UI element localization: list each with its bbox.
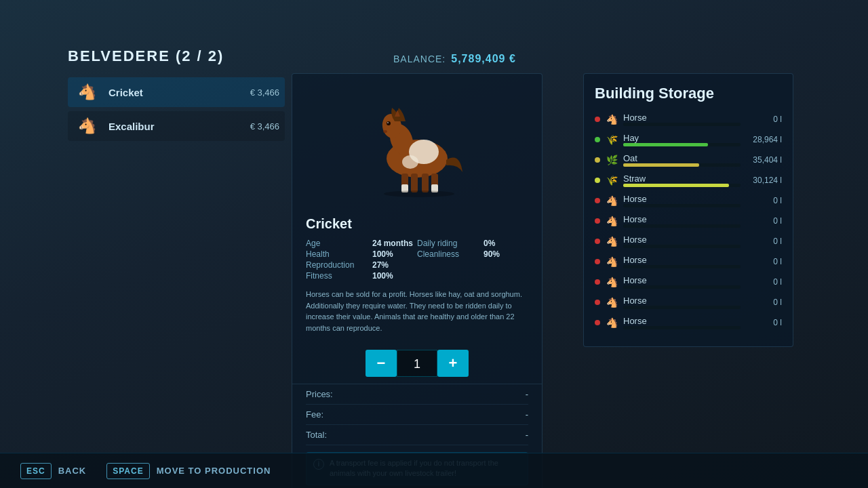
storage-left: 🐴 Horse <box>595 193 741 208</box>
storage-dot <box>595 279 600 285</box>
storage-bar <box>623 245 741 248</box>
fee-value: - <box>526 409 528 420</box>
storage-left: 🐴 Horse <box>595 254 741 269</box>
hotkey-group: SPACE MOVE TO PRODUCTION <box>106 463 271 479</box>
storage-icon: 🐴 <box>604 193 619 208</box>
storage-dot <box>595 259 600 264</box>
storage-label: Horse <box>623 214 741 224</box>
hotkey-box: SPACE <box>106 463 149 479</box>
fee-row: Fee: - <box>306 405 528 425</box>
storage-left: 🌾 Straw <box>595 173 741 188</box>
svg-point-4 <box>402 155 418 169</box>
storage-left: 🐴 Horse <box>595 112 741 127</box>
storage-list: 🐴 Horse 0 l 🌾 Hay 28, <box>595 112 782 330</box>
total-row: Total: - <box>306 425 528 445</box>
animal-detail-name: Cricket <box>292 209 542 236</box>
storage-row-inner: 🐴 Horse 0 l <box>595 254 782 269</box>
stat-value: 100% <box>372 271 393 281</box>
increase-quantity-button[interactable]: + <box>437 350 469 377</box>
storage-label: Horse <box>623 235 741 245</box>
stat-label: Health <box>306 249 367 259</box>
prices-row: Prices: - <box>306 384 528 405</box>
svg-point-13 <box>383 130 387 133</box>
balance-amount: 5,789,409 € <box>451 53 516 65</box>
hotkey-label: BACK <box>58 466 87 476</box>
hotkey-group: ESC BACK <box>20 463 86 479</box>
stat-value: 90% <box>484 249 500 259</box>
fee-label: Fee: <box>306 409 323 420</box>
storage-dot <box>595 198 600 203</box>
storage-row-inner: 🐴 Horse 0 l <box>595 214 782 228</box>
storage-label-block: Horse <box>623 275 741 289</box>
storage-item: 🐴 Horse 0 l <box>595 214 782 228</box>
stat-label: Daily riding <box>417 239 478 248</box>
center-panel: Cricket Age24 monthsDaily riding0%Health… <box>292 73 542 488</box>
animal-item[interactable]: 🐴 Cricket € 3,466 <box>68 77 285 107</box>
decrease-quantity-button[interactable]: − <box>366 350 397 377</box>
prices-label: Prices: <box>306 389 333 399</box>
storage-row-inner: 🌾 Straw 30,124 l <box>595 173 782 188</box>
storage-bar <box>623 163 741 167</box>
stat-value: 27% <box>372 260 389 270</box>
farm-title: BELVEDERE (2 / 2) <box>68 47 285 65</box>
storage-row-inner: 🐴 Horse 0 l <box>595 315 782 330</box>
stat-value: 24 months <box>372 239 413 248</box>
storage-left: 🐴 Horse <box>595 295 741 310</box>
storage-label: Oat <box>623 153 741 163</box>
svg-rect-7 <box>422 174 429 192</box>
storage-amount: 0 l <box>745 277 782 287</box>
storage-label-block: Horse <box>623 255 741 268</box>
hotkey-label: MOVE TO PRODUCTION <box>157 466 271 476</box>
storage-left: 🌿 Oat <box>595 152 741 167</box>
storage-amount: 0 l <box>745 115 782 124</box>
right-panel: Building Storage 🐴 Horse 0 l 🌾 <box>583 73 793 347</box>
svg-point-12 <box>387 122 389 123</box>
prices-value: - <box>526 389 528 399</box>
price-section: Prices: - Fee: - Total: - <box>292 384 542 445</box>
storage-label-block: Horse <box>623 214 741 228</box>
storage-bar-fill <box>623 163 699 167</box>
stat-row: Health100% <box>306 249 417 259</box>
stat-row: Age24 months <box>306 239 417 248</box>
storage-icon: 🐴 <box>604 112 619 127</box>
svg-rect-6 <box>411 174 418 192</box>
storage-amount: 0 l <box>745 318 782 327</box>
stat-row: Cleanliness90% <box>417 249 528 259</box>
storage-amount: 35,404 l <box>745 155 782 165</box>
horse-image-area <box>292 74 542 209</box>
animal-list: 🐴 Cricket € 3,466 🐴 Excalibur € 3,466 <box>68 77 285 141</box>
storage-item: 🌿 Oat 35,404 l <box>595 152 782 167</box>
storage-icon: 🐴 <box>604 254 619 269</box>
storage-label: Horse <box>623 255 741 265</box>
storage-icon: 🌿 <box>604 152 619 167</box>
svg-point-11 <box>387 121 391 125</box>
animal-name: Excalibur <box>108 121 242 132</box>
storage-row-inner: 🐴 Horse 0 l <box>595 295 782 310</box>
storage-amount: 0 l <box>745 257 782 266</box>
stat-label: Cleanliness <box>417 249 478 259</box>
storage-left: 🐴 Horse <box>595 315 741 330</box>
storage-dot <box>595 218 600 224</box>
storage-icon: 🐴 <box>604 295 619 310</box>
storage-label: Horse <box>623 194 741 204</box>
storage-dot <box>595 137 600 142</box>
storage-left: 🐴 Horse <box>595 214 741 228</box>
storage-amount: 30,124 l <box>745 176 782 185</box>
storage-dot <box>595 117 600 122</box>
storage-label-block: Oat <box>623 153 741 167</box>
stat-value: 0% <box>484 239 495 248</box>
storage-bar <box>623 143 741 146</box>
storage-label-block: Straw <box>623 174 741 187</box>
storage-label-block: Horse <box>623 113 741 126</box>
quantity-row: − 1 + <box>292 350 542 377</box>
storage-bar <box>623 204 741 207</box>
storage-icon: 🐴 <box>604 315 619 330</box>
storage-bar-fill <box>623 143 708 146</box>
animal-item[interactable]: 🐴 Excalibur € 3,466 <box>68 111 285 141</box>
storage-bar-fill <box>623 184 729 187</box>
storage-label-block: Horse <box>623 296 741 309</box>
storage-dot <box>595 157 600 163</box>
storage-item: 🐴 Horse 0 l <box>595 112 782 127</box>
balance-bar: BALANCE: 5,789,409 € <box>393 53 766 65</box>
storage-label: Hay <box>623 133 741 143</box>
